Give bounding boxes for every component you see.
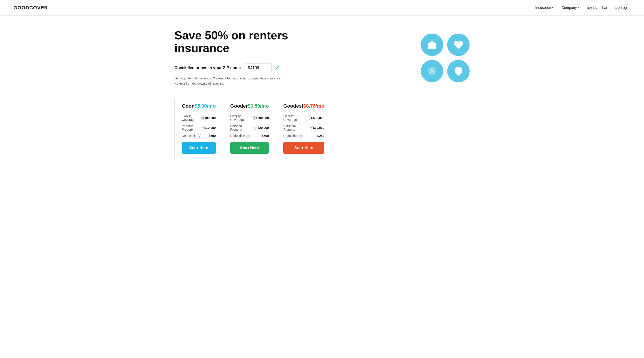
- plan-goodest-property-label: Personal Property ?: [283, 124, 313, 131]
- zip-input[interactable]: [245, 64, 272, 72]
- plan-goodest-property-row: Personal Property ? $30,000: [283, 124, 324, 131]
- dollar-icon-circle: $: [421, 60, 443, 82]
- zip-label: Check live prices in your ZIP code:: [174, 66, 241, 70]
- deductible-help-icon[interactable]: ?: [246, 134, 250, 138]
- chat-icon: [587, 6, 592, 10]
- plan-goodest-liability-label: Liability Coverage ?: [283, 114, 311, 122]
- home-icon-circle: [421, 34, 443, 56]
- plan-good-liability-value: $100,000: [202, 116, 216, 120]
- heart-icon-circle: [447, 34, 470, 56]
- plan-goodest-price: $8.76/mo: [303, 103, 324, 109]
- plan-gooder-price: $6.59/mo: [248, 103, 269, 109]
- liability-help-icon[interactable]: ?: [200, 116, 203, 120]
- plan-goodest-name: Goodest: [283, 103, 303, 109]
- shield-icon: [453, 66, 464, 77]
- user-icon: [615, 6, 620, 10]
- property-help-icon[interactable]: ?: [254, 126, 258, 130]
- plan-goodest: Goodest $8.76/mo Liability Coverage ? $5…: [276, 97, 331, 160]
- plan-gooder-property-label: Personal Property ?: [230, 124, 258, 131]
- plan-gooder-liability-row: Liability Coverage ? $300,000: [230, 114, 269, 122]
- logo[interactable]: GOODCOVER: [14, 5, 48, 11]
- plan-goodest-liability-value: $500,000: [311, 116, 324, 120]
- deductible-help-icon[interactable]: ?: [299, 134, 303, 138]
- shield-icon-circle: [447, 60, 470, 82]
- heart-icon: [453, 39, 464, 50]
- plan-good-property-label: Personal Property ?: [182, 124, 204, 131]
- nav-insurance[interactable]: Insurance ▾: [535, 6, 554, 10]
- plan-good-deductible-label: Deductible ?: [182, 134, 201, 138]
- plan-gooder-deductible-row: Deductible ? $500: [230, 134, 269, 138]
- main-content: Save 50% on renters insurance Check live…: [161, 16, 483, 169]
- plan-good-liability-label: Liability Coverage ?: [182, 114, 202, 122]
- plan-good-deductible-value: $500: [209, 134, 216, 138]
- plan-gooder-name: Gooder: [230, 103, 248, 109]
- liability-help-icon[interactable]: ?: [253, 116, 256, 120]
- hero-icon-grid: $: [421, 34, 470, 82]
- navbar: GOODCOVER Insurance ▾ Company ▾ Live cha…: [0, 0, 644, 16]
- checkmark-icon: ✓: [275, 65, 280, 71]
- plan-gooder-deductible-label: Deductible ?: [230, 134, 250, 138]
- plan-gooder-property-value: $20,000: [258, 126, 269, 130]
- plan-good-start-button[interactable]: Start Here: [182, 142, 216, 154]
- plan-gooder-liability-value: $300,000: [256, 116, 269, 120]
- nav-company[interactable]: Company ▾: [562, 6, 579, 10]
- property-help-icon[interactable]: ?: [202, 126, 204, 130]
- plan-good: Good $5.00/mo Liability Coverage ? $100,…: [175, 97, 223, 160]
- plan-good-name: Good: [182, 103, 194, 109]
- nav-live-chat[interactable]: Live chat: [587, 6, 607, 10]
- plan-good-property-row: Personal Property ? $10,000: [182, 124, 216, 131]
- chevron-down-icon: ▾: [552, 6, 554, 9]
- plan-goodest-property-value: $30,000: [313, 126, 324, 130]
- home-icon: [427, 39, 438, 50]
- plan-good-property-value: $10,000: [204, 126, 216, 130]
- pricing-section: Good $5.00/mo Liability Coverage ? $100,…: [174, 97, 331, 160]
- plan-gooder-header: Gooder $6.59/mo: [230, 103, 269, 109]
- plan-goodest-liability-row: Liability Coverage ? $500,000: [283, 114, 324, 122]
- plan-gooder-start-button[interactable]: Start Here: [230, 142, 269, 154]
- dollar-icon: $: [427, 66, 438, 77]
- liability-help-icon[interactable]: ?: [308, 116, 311, 120]
- plan-good-liability-row: Liability Coverage ? $100,000: [182, 114, 216, 122]
- deductible-help-icon[interactable]: ?: [198, 134, 201, 138]
- plan-goodest-start-button[interactable]: Start Here: [283, 142, 324, 154]
- plan-gooder: Gooder $6.59/mo Liability Coverage ? $30…: [223, 97, 276, 160]
- hero-title: Save 50% on renters insurance: [174, 29, 331, 55]
- svg-point-0: [617, 7, 618, 8]
- property-help-icon[interactable]: ?: [310, 126, 313, 130]
- hero-left: Save 50% on renters insurance Check live…: [174, 29, 331, 160]
- plan-gooder-deductible-value: $500: [262, 134, 269, 138]
- chevron-down-icon: ▾: [578, 6, 579, 9]
- plan-goodest-deductible-row: Deductible ? $250: [283, 134, 324, 138]
- svg-text:$: $: [430, 68, 434, 75]
- plan-gooder-liability-label: Liability Coverage ?: [230, 114, 256, 122]
- nav-links: Insurance ▾ Company ▾ Live chat Log in: [535, 6, 630, 10]
- nav-login[interactable]: Log in: [615, 6, 630, 10]
- zip-row: Check live prices in your ZIP code: ✓: [174, 64, 331, 72]
- plan-goodest-header: Goodest $8.76/mo: [283, 103, 324, 109]
- plan-good-header: Good $5.00/mo: [182, 103, 216, 109]
- plan-goodest-deductible-value: $250: [317, 134, 324, 138]
- plan-gooder-property-row: Personal Property ? $20,000: [230, 124, 269, 131]
- plan-good-deductible-row: Deductible ? $500: [182, 134, 216, 138]
- plan-goodest-deductible-label: Deductible ?: [283, 134, 303, 138]
- plan-good-price: $5.00/mo: [194, 103, 216, 109]
- hero-subtitle: Get a quote in 90 seconds. Coverage for …: [174, 76, 331, 86]
